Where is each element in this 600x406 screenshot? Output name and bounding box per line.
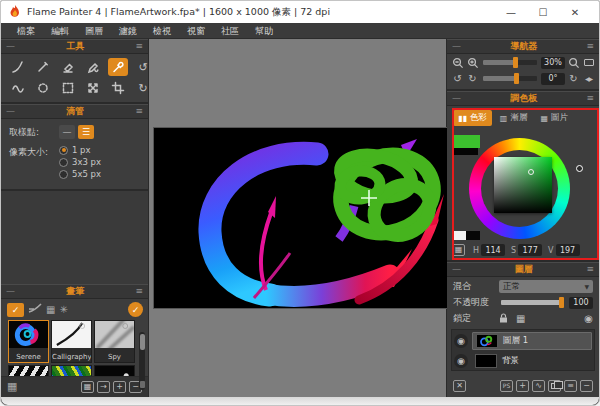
brush-filter-favorites-button[interactable]: ✓: [7, 303, 24, 317]
rotation-slider[interactable]: [483, 73, 537, 84]
opacity-value[interactable]: 100: [569, 297, 593, 309]
tab-gradient[interactable]: ▥漸層: [495, 110, 533, 126]
background-visibility-icon[interactable]: ◉: [454, 354, 468, 368]
brush-stroke-filter-icon[interactable]: [28, 303, 42, 317]
lock-transparency-icon[interactable]: ▦: [516, 314, 525, 324]
brush-add-button[interactable]: +: [113, 381, 126, 393]
palette-collapse-icon[interactable]: —: [452, 94, 461, 103]
menu-layer[interactable]: 圖層: [77, 23, 111, 39]
scrollbar-thumb[interactable]: [140, 334, 145, 350]
sample-single-button[interactable]: —: [59, 125, 75, 139]
import-psd-button[interactable]: PS: [500, 380, 513, 392]
tab-color[interactable]: ▮▮色彩: [453, 110, 492, 126]
brush-sync-button[interactable]: ✓: [128, 302, 143, 317]
duplicate-layer-button[interactable]: [548, 380, 561, 392]
zoom-slider[interactable]: [483, 57, 537, 68]
rotate-ccw-icon[interactable]: ↺: [451, 72, 464, 85]
rotation-slider-handle[interactable]: [514, 73, 519, 84]
transform-tool-button[interactable]: [83, 79, 103, 97]
value-value[interactable]: 197: [556, 244, 580, 256]
hue-value[interactable]: 114: [481, 244, 505, 256]
pixel-size-1px-radio[interactable]: 1 px: [59, 145, 101, 155]
brush-item-partial-3[interactable]: [94, 365, 135, 376]
layers-menu-icon[interactable]: ≡: [586, 265, 594, 274]
brush-thumbnail-size-button[interactable]: ▦: [81, 381, 94, 393]
maximize-button[interactable]: ☐: [527, 2, 559, 22]
menu-help[interactable]: 幫助: [247, 23, 281, 39]
curve-tool-button[interactable]: [8, 79, 28, 97]
eraser-tool-button[interactable]: [58, 58, 78, 76]
rotate-cw-icon[interactable]: ↻: [466, 72, 479, 85]
fit-to-screen-icon[interactable]: [582, 56, 595, 69]
brushes-scrollbar[interactable]: [139, 332, 145, 390]
flame-brush-tool-button[interactable]: [8, 58, 28, 76]
menu-community[interactable]: 社區: [213, 23, 247, 39]
flip-horizontal-icon[interactable]: ◀▶: [582, 72, 595, 85]
saturation-value[interactable]: 177: [518, 244, 542, 256]
lock-icon[interactable]: [499, 313, 508, 325]
brush-particle-filter-icon[interactable]: ✳: [59, 304, 67, 316]
magnifier-icon[interactable]: [567, 56, 580, 69]
opacity-slider[interactable]: [501, 297, 563, 308]
rotation-value[interactable]: 0°: [541, 73, 565, 85]
saturation-value-box[interactable]: [494, 157, 552, 213]
canvas-workspace[interactable]: [148, 39, 447, 397]
blur-tool-button[interactable]: [33, 79, 53, 97]
layer-row-background[interactable]: ◉ 背景: [454, 352, 592, 370]
layers-collapse-icon[interactable]: —: [452, 265, 461, 274]
brushes-menu-icon[interactable]: ≡: [135, 287, 143, 296]
eyedropper-tool-button[interactable]: [108, 58, 128, 76]
hue-marker[interactable]: [576, 165, 583, 172]
brushes-collapse-icon[interactable]: —: [6, 287, 15, 296]
brush-item-partial-2[interactable]: [51, 365, 92, 376]
eyedropper-menu-icon[interactable]: ≡: [135, 107, 143, 116]
pen-tool-button[interactable]: [33, 58, 53, 76]
add-vector-layer-button[interactable]: ∿: [532, 380, 545, 392]
menu-view[interactable]: 檢視: [145, 23, 179, 39]
pixel-size-3x3-radio[interactable]: 3x3 px: [59, 157, 101, 167]
menu-edit[interactable]: 編輯: [43, 23, 77, 39]
zoom-out-icon[interactable]: [451, 56, 464, 69]
pixel-size-5x5-radio[interactable]: 5x5 px: [59, 169, 101, 179]
brush-export-button[interactable]: →: [97, 381, 110, 393]
brush-item-spy[interactable]: Spy: [94, 320, 135, 363]
secondary-color-swatch[interactable]: [454, 148, 478, 155]
tab-image[interactable]: ▦圖片: [535, 110, 573, 126]
opacity-slider-handle[interactable]: [559, 297, 564, 308]
zoom-in-icon[interactable]: [466, 56, 479, 69]
black-swatch[interactable]: [466, 231, 480, 240]
sample-average-button[interactable]: ☰: [78, 125, 94, 139]
brush-library-filter-icon[interactable]: ▦: [46, 304, 55, 316]
delete-layer-button[interactable]: −: [580, 380, 593, 392]
tools-menu-icon[interactable]: ≡: [135, 42, 143, 51]
scrollbar-down-button[interactable]: [140, 381, 145, 388]
palette-menu-icon[interactable]: ≡: [586, 94, 594, 103]
tools-collapse-icon[interactable]: —: [6, 42, 15, 51]
menu-file[interactable]: 檔案: [9, 23, 43, 39]
sv-marker[interactable]: [528, 169, 534, 175]
current-color-swatch[interactable]: [454, 135, 480, 148]
artwork-canvas[interactable]: [154, 128, 447, 308]
brush-item-calligraphy[interactable]: Calligraphy: [51, 320, 92, 363]
menu-filter[interactable]: 濾鏡: [111, 23, 145, 39]
visibility-all-icon[interactable]: ◉: [584, 314, 593, 324]
menu-window[interactable]: 視窗: [179, 23, 213, 39]
reset-rotation-icon[interactable]: ↻: [567, 72, 580, 85]
brush-item-partial-1[interactable]: [8, 365, 49, 376]
brush-grid-view-icon[interactable]: ▦: [7, 380, 17, 393]
zoom-slider-handle[interactable]: [513, 57, 518, 68]
navigator-collapse-icon[interactable]: —: [452, 42, 461, 51]
minimize-button[interactable]: —: [495, 2, 527, 22]
fill-tool-button[interactable]: [83, 58, 103, 76]
layer-row-1[interactable]: ◉ 圖層 1: [454, 332, 592, 350]
eyedropper-collapse-icon[interactable]: —: [6, 107, 15, 116]
navigator-menu-icon[interactable]: ≡: [586, 42, 594, 51]
select-tool-button[interactable]: [58, 79, 78, 97]
blend-mode-dropdown[interactable]: 正常 ▼: [499, 280, 593, 293]
merge-layers-button[interactable]: ≡: [564, 380, 577, 392]
layer1-visibility-icon[interactable]: ◉: [454, 334, 468, 348]
close-button[interactable]: ✕: [559, 2, 591, 22]
add-layer-button[interactable]: +: [516, 380, 529, 392]
crop-tool-button[interactable]: [108, 79, 128, 97]
brush-item-serene[interactable]: Serene: [8, 320, 49, 363]
